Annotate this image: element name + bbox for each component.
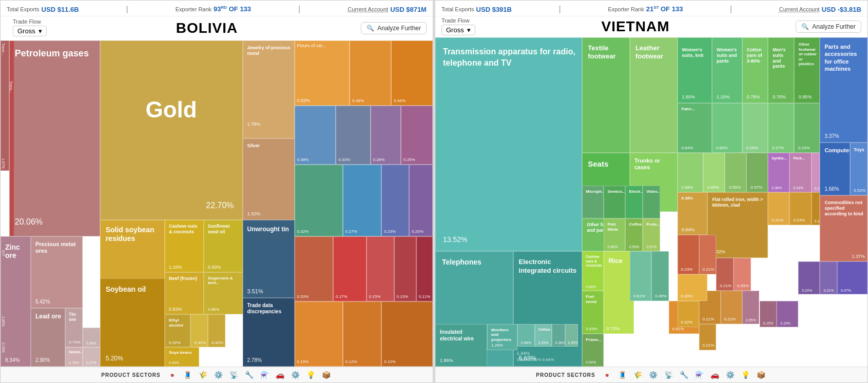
lead-ore-cell: Lead ore 2.90%: [31, 308, 65, 367]
sunflower-oil-cell: Sunflower seed oil 0.93%: [204, 220, 243, 272]
vn-red-1: 0.23%: [678, 235, 699, 274]
vn-red-3: 0.21%: [716, 258, 734, 291]
small-grn-4: 0.24%: [794, 103, 820, 152]
vn-legend-icon-1[interactable]: ●: [602, 369, 613, 380]
vn-prp-4: 0.21%: [820, 261, 837, 294]
chevron-down-icon: ▾: [38, 27, 42, 35]
vietnam-trade-flow: Trade Flow Gross ▾: [441, 17, 475, 35]
soya-beans-cell: Soya beans 0.40%: [165, 347, 199, 367]
vn-legend-icon-11[interactable]: 📦: [756, 369, 767, 380]
small-prp-1: 0.21%: [812, 153, 820, 192]
bolivia-tf-select[interactable]: Gross ▾: [13, 26, 47, 36]
legend-icon-1[interactable]: ●: [167, 369, 178, 380]
vietnam-bottom-bar: PRODUCT SECTORS ● 🧵 🌾 ⚙️ 📡 🔧 ⚗️ 🚗 ⚙️ 💡 📦: [435, 367, 867, 382]
bolivia-treemap-inner: Petroleum gases 20.06% Trans... Gold 22.…: [1, 41, 433, 367]
vn-legend-icon-8[interactable]: 🚗: [709, 369, 721, 380]
vietnam-treemap: Transmission apparatus for radio, teleph…: [435, 37, 867, 367]
cotton-yarn-cell: Cotton yarn of 3-80% 0.78%: [742, 37, 768, 103]
petroleum-gases-cell: Petroleum gases 20.06% Trans...: [9, 41, 100, 236]
legend-icon-3[interactable]: 🌾: [198, 369, 209, 380]
vn-legend-icon-2[interactable]: 🧵: [617, 369, 628, 380]
small-grn-3: 0.27%: [768, 103, 794, 152]
travel-cell: Trave... 1.67%: [1, 41, 9, 171]
vietnam-ca-value: USD -$3.81B: [822, 6, 861, 13]
vn-legend-icon-7[interactable]: ⚗️: [694, 369, 705, 380]
other-footwear-cell: Other footwear of rubber or plastics 0.9…: [794, 37, 820, 103]
coffee-vn-cell: Coffee 0.50%: [625, 218, 643, 251]
vn-orn-3: 0.19%: [812, 192, 820, 225]
search-icon-vn: 🔍: [801, 23, 809, 30]
legend-icon-6[interactable]: 🔧: [244, 369, 255, 380]
synthetic-cell: Synthe... 0.38%: [768, 153, 789, 192]
bolivia-rank-label: Exporter Rank: [176, 6, 211, 12]
bolivia-ca-label: Current Account: [348, 6, 388, 12]
bolivia-exporter-rank: Exporter Rank 93RD OF 133: [176, 5, 251, 13]
toys-cell: Toys 0.52%: [850, 143, 867, 195]
natura-cell: Natura... 0.70%: [65, 347, 83, 367]
parts-accessories-cell: Parts and accessories for office machine…: [820, 37, 867, 143]
jewelry-cell: Jewelry of precious metal 1.78%: [243, 41, 295, 138]
precious-metal-ores-cell: Precious metal ores 5.42%: [31, 236, 83, 308]
legend-icon-7[interactable]: ⚗️: [259, 369, 271, 380]
vietnam-rank-label: Exporter Rank: [608, 6, 644, 12]
legend-icon-10[interactable]: 💡: [305, 369, 317, 380]
bolivia-country-title: BOLIVIA: [53, 20, 361, 36]
bolivia-analyze-button[interactable]: 🔍 Analyze Further: [361, 22, 427, 34]
bolivia-trade-flow: Trade Flow Gross ▾: [7, 17, 53, 38]
legend-icon-9[interactable]: ⚙️: [290, 369, 301, 380]
womens-suits-nk-cell: Women's suits and pants 1.10%: [712, 37, 742, 103]
vn-teal-1: 0.81%: [630, 251, 651, 300]
vn-legend-icon-6[interactable]: 🔧: [679, 369, 690, 380]
vn-legend-icon-3[interactable]: 🌾: [632, 369, 644, 380]
sugarcane-cell: Sugarcane & beet.. 0.88%: [204, 272, 243, 315]
pack-cell: Pack... 0.34%: [789, 153, 811, 192]
prawn-cell: Prawn... 0.54%: [582, 334, 604, 367]
vn-legend-icon-4[interactable]: ⚙️: [648, 369, 659, 380]
vn-legend-icon-5[interactable]: 📡: [663, 369, 674, 380]
vn-yel-1: 0.28%: [678, 274, 708, 300]
monitors-cell: Monitors and projectors 1.20%: [487, 324, 517, 350]
bolivia-ca-value: USD $871M: [390, 6, 427, 13]
bolivia-bottom-bar: PRODUCT SECTORS ● 🧵 🌾 ⚙️ 📡 🔧 ⚗️ 🚗 ⚙️ 💡 📦: [1, 367, 433, 382]
legend-icon-11[interactable]: 📦: [321, 369, 332, 380]
fish-fillets-cell: Fish fillets 0.60%: [604, 218, 625, 251]
vietnam-treemap-inner: Transmission apparatus for radio, teleph…: [435, 37, 867, 367]
small-grn-1: 0.80%: [712, 103, 742, 152]
vietnam-product-sectors-label: PRODUCT SECTORS: [536, 372, 595, 378]
vn-legend-icon-10[interactable]: 💡: [740, 369, 751, 380]
vn-prp-1: 0.15%: [760, 301, 777, 327]
electronic-circuits-cell: Electronic integrated circuits 6.69% 1.4…: [513, 251, 583, 367]
bolivia-header: Total Exports USD $11.6B | Exporter Rank…: [1, 1, 433, 16]
bolivia-rank-value: 93RD OF 133: [214, 5, 251, 13]
search-icon: 🔍: [367, 25, 374, 32]
vietnam-analyze-button[interactable]: 🔍 Analyze Further: [796, 21, 861, 33]
right-side-cells: Flours of cer... 0.52% 0.48% 0.46% 0.38%…: [295, 41, 433, 367]
vn-orn-1: 0.21%: [768, 192, 789, 225]
legend-icon-2[interactable]: 🧵: [182, 369, 194, 380]
vietnam-exports-label: Total Exports: [441, 6, 474, 12]
small-grn-8: 0.57%: [746, 153, 768, 192]
chevron-down-icon-vn: ▾: [467, 26, 471, 34]
vietnam-ca-label: Current Account: [779, 6, 820, 12]
small-grn-6: 0.60%: [703, 153, 725, 192]
tin-ore-cell: Tin ore 0.74%: [65, 308, 83, 347]
computers-cell: Computers 1.66%: [820, 143, 850, 195]
insulated-wire-cell: Insulated electrical wire 1.86%: [435, 324, 487, 367]
fabn-cell: Fabn... 0.84%: [678, 103, 712, 152]
vn-red-4: 0.65%: [734, 258, 751, 291]
soybean-oil-main-cell: Soybean oil 5.20%: [100, 278, 165, 367]
small-grn-2: 0.29%: [742, 103, 768, 152]
semiconductor-cell: Semico...: [604, 186, 625, 218]
legend-icon-4[interactable]: ⚙️: [213, 369, 224, 380]
bolivia-total-exports: Total Exports USD $11.6B: [7, 6, 79, 13]
vietnam-total-exports: Total Exports USD $391B: [441, 6, 512, 13]
video-cell: Video...: [643, 186, 660, 218]
legend-icon-8[interactable]: 🚗: [275, 369, 286, 380]
legend-icon-5[interactable]: 📡: [228, 369, 240, 380]
vietnam-panel: Total Exports USD $391B | Exporter Rank …: [435, 0, 868, 383]
vietnam-tf-select[interactable]: Gross ▾: [441, 25, 475, 35]
bernina-cell: 0.65%: [742, 291, 760, 324]
silver-cell: Silver 1.32%: [243, 138, 295, 220]
vn-small-teal: 0.28%: [552, 324, 565, 347]
vn-legend-icon-9[interactable]: ⚙️: [725, 369, 736, 380]
